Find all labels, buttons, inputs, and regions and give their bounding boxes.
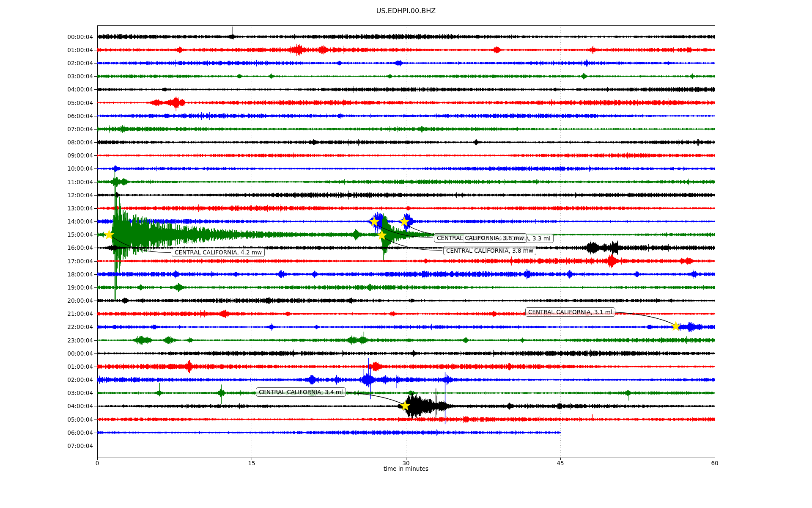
y-tick-label: 07:00:04 [0,126,93,133]
y-tick-label: 08:00:04 [0,139,93,146]
y-tick-label: 05:00:04 [0,99,93,106]
seismogram-figure: US.EDHPI.00.BHZ time in minutes 00:00:04… [0,0,812,508]
y-tick-label: 20:00:04 [0,297,93,304]
y-tick-label: 11:00:04 [0,179,93,185]
y-tick-label: 03:00:04 [0,73,93,80]
y-tick-label: 09:00:04 [0,152,93,159]
x-tick-label: 60 [702,460,727,467]
event-annotation: CENTRAL CALIFORNIA, 3.4 ml [256,387,346,397]
y-tick-label: 07:00:04 [0,442,93,449]
y-tick-label: 15:00:04 [0,231,93,238]
y-tick-label: 06:00:04 [0,429,93,436]
y-tick-label: 19:00:04 [0,284,93,291]
y-tick-label: 18:00:04 [0,271,93,278]
event-annotation: CENTRAL CALIFORNIA, 3.8 mw [434,233,527,243]
y-tick-label: 06:00:04 [0,113,93,119]
y-tick-label: 02:00:04 [0,60,93,66]
y-tick-label: 00:00:04 [0,33,93,40]
event-annotation: CENTRAL CALIFORNIA, 3.1 ml [525,307,615,317]
y-tick-label: 12:00:04 [0,192,93,199]
x-tick-label: 30 [393,460,419,467]
y-tick-label: 23:00:04 [0,337,93,344]
y-tick-label: 01:00:04 [0,47,93,53]
y-tick-label: 16:00:04 [0,244,93,251]
y-tick-label: 04:00:04 [0,403,93,409]
x-tick-label: 0 [85,460,110,467]
y-tick-label: 04:00:04 [0,86,93,93]
event-annotation: CENTRAL CALIFORNIA, 4.2 mw [172,248,265,257]
y-tick-label: 13:00:04 [0,205,93,212]
y-tick-label: 02:00:04 [0,376,93,383]
y-tick-label: 03:00:04 [0,389,93,396]
y-tick-label: 01:00:04 [0,363,93,370]
y-tick-label: 10:00:04 [0,165,93,172]
x-tick-label: 45 [548,460,573,467]
y-tick-label: 00:00:04 [0,350,93,357]
y-tick-label: 22:00:04 [0,323,93,330]
event-annotation: CENTRAL CALIFORNIA, 3.8 mw [443,246,536,255]
x-tick-label: 15 [239,460,264,467]
seismogram-canvas [0,0,812,508]
y-tick-label: 14:00:04 [0,218,93,225]
y-tick-label: 05:00:04 [0,416,93,423]
plot-title: US.EDHPI.00.BHZ [0,7,812,15]
y-tick-label: 21:00:04 [0,310,93,317]
y-tick-label: 17:00:04 [0,258,93,265]
